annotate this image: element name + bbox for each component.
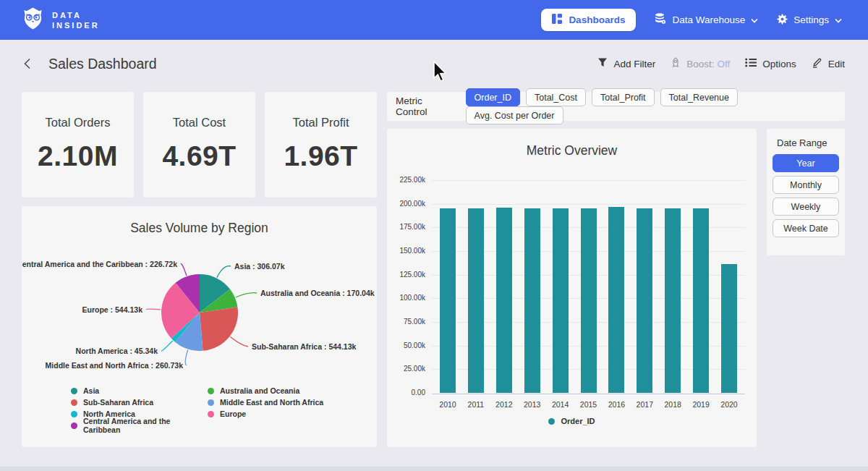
date-range-button-weekly[interactable]: Weekly <box>773 198 839 216</box>
legend-dot <box>208 411 214 417</box>
legend-dot <box>71 423 77 429</box>
bottom-strip <box>0 467 868 471</box>
y-axis-tick: 150.00k <box>389 247 425 255</box>
add-filter-button[interactable]: Add Filter <box>597 58 655 69</box>
bar-chart-card: Metric Overview 225.00k200.00k175.00k150… <box>387 129 757 447</box>
legend-label: Central America and the Caribbean <box>83 417 208 434</box>
pie-leader-line <box>181 264 187 276</box>
legend-label: Australia and Oceania <box>220 386 299 395</box>
nav-dashboards-button[interactable]: Dashboards <box>541 9 636 31</box>
bar-2020[interactable] <box>721 264 737 393</box>
metric-button-order-id[interactable]: Order_ID <box>466 88 520 106</box>
x-axis-tick: 2015 <box>574 400 603 409</box>
kpi-label: Total Orders <box>22 116 134 130</box>
legend-label: Asia <box>83 386 99 395</box>
pie-slice-label: Europe : 544.13k <box>82 305 143 314</box>
filter-funnel-icon <box>597 58 608 69</box>
gridline <box>432 180 745 181</box>
pie-leader-line <box>230 337 248 347</box>
y-axis-tick: 25.00k <box>389 365 425 373</box>
pie-slice-sub-saharan-africa[interactable] <box>200 307 238 350</box>
x-axis-tick: 2010 <box>433 400 462 409</box>
y-axis-tick: 50.00k <box>389 341 425 349</box>
bar-2015[interactable] <box>581 208 597 393</box>
bar-2012[interactable] <box>496 208 512 394</box>
metric-button-total-revenue[interactable]: Total_Revenue <box>660 88 738 106</box>
kpi-value: 4.69T <box>143 140 255 172</box>
x-axis-tick: 2020 <box>715 400 744 409</box>
y-axis-tick: 200.00k <box>389 200 425 208</box>
y-axis-tick: 100.00k <box>389 294 425 302</box>
metric-button-avg-cost-per-order[interactable]: Avg. Cost per Order <box>466 106 563 124</box>
options-button[interactable]: Options <box>745 58 796 69</box>
date-range-label: Date Range <box>777 137 839 148</box>
kpi-card-total-profit: Total Profit 1.96T <box>265 92 377 198</box>
owl-logo-icon <box>22 7 44 33</box>
nav-data-warehouse-label: Data Warehouse <box>672 14 745 25</box>
bar-2019[interactable] <box>693 208 709 393</box>
brand-name: DATA INSIDER <box>52 10 100 30</box>
x-axis-tick: 2014 <box>546 400 575 409</box>
nav-settings-label: Settings <box>793 14 829 25</box>
metric-button-total-profit[interactable]: Total_Profit <box>592 88 655 106</box>
pencil-icon <box>812 57 822 70</box>
legend-item-asia[interactable]: Asia <box>71 385 208 396</box>
nav-dashboards-label: Dashboards <box>569 14 625 25</box>
legend-item-sub-saharan-africa[interactable]: Sub-Saharan Africa <box>71 396 208 408</box>
legend-label: Europe <box>220 410 246 418</box>
back-button[interactable] <box>23 58 31 69</box>
date-range-button-monthly[interactable]: Monthly <box>773 176 839 194</box>
legend-dot <box>208 388 214 394</box>
legend-label: Sub-Saharan Africa <box>83 398 153 407</box>
metric-button-group: Order_IDTotal_CostTotal_ProfitTotal_Reve… <box>466 88 845 124</box>
kpi-card-total-cost: Total Cost 4.69T <box>143 92 255 198</box>
list-icon <box>745 58 757 69</box>
edit-button[interactable]: Edit <box>812 57 845 70</box>
legend-label: Middle East and North Africa <box>220 398 323 407</box>
pie-slice-label: Sub-Saharan Africa : 544.13k <box>252 342 356 351</box>
bar-2016[interactable] <box>608 207 624 393</box>
boost-status: Off <box>717 59 730 69</box>
metric-button-total-cost[interactable]: Total_Cost <box>526 88 586 106</box>
nav-data-warehouse[interactable]: Data Warehouse <box>655 13 758 27</box>
bar-2018[interactable] <box>665 208 681 393</box>
legend-item-australia-and-oceania[interactable]: Australia and Oceania <box>208 385 323 396</box>
bar-2017[interactable] <box>637 208 652 394</box>
x-axis-line <box>432 394 745 394</box>
bar-2013[interactable] <box>524 208 540 393</box>
legend-item-central-america-and-the-caribbean[interactable]: Central America and the Caribbean <box>71 420 208 431</box>
x-axis-tick: 2016 <box>602 400 631 409</box>
legend-item-middle-east-and-north-africa[interactable]: Middle East and North Africa <box>208 396 323 408</box>
boost-toggle[interactable]: Boost: Off <box>671 57 730 70</box>
legend-dot <box>71 388 77 394</box>
pie-legend: AsiaSub-Saharan AfricaNorth AmericaCentr… <box>71 385 323 431</box>
bar-2010[interactable] <box>440 208 456 394</box>
y-axis-tick: 0.00 <box>389 389 425 396</box>
x-axis-tick: 2011 <box>461 400 490 409</box>
x-axis-tick: 2019 <box>686 400 715 409</box>
brand-logo: DATA INSIDER <box>22 7 100 33</box>
date-range-button-year[interactable]: Year <box>773 154 839 172</box>
bar-2011[interactable] <box>468 208 484 393</box>
legend-item-europe[interactable]: Europe <box>208 408 323 420</box>
pie-leader-line <box>185 350 187 366</box>
legend-dot <box>71 411 77 417</box>
metric-control-label: Metric Control <box>396 96 456 117</box>
pie-leader-line <box>217 266 231 278</box>
date-range-button-week-date[interactable]: Week Date <box>773 219 839 237</box>
legend-dot <box>71 399 77 406</box>
kpi-value: 1.96T <box>265 140 377 172</box>
page-header: Sales Dashboard Add Filter Boost: Off <box>0 40 868 88</box>
pie-slice-label: Middle East and North Africa : 260.73k <box>46 361 184 370</box>
chevron-down-icon <box>751 14 758 25</box>
x-axis-tick: 2012 <box>490 400 519 409</box>
y-axis-tick: 75.00k <box>389 318 425 326</box>
bar-chart[interactable]: 225.00k200.00k175.00k150.00k125.00k100.0… <box>387 129 757 447</box>
pie-leader-line <box>236 293 257 297</box>
metric-control-bar: Metric Control Order_IDTotal_CostTotal_P… <box>387 92 845 121</box>
bar-2014[interactable] <box>553 208 569 393</box>
legend-dot <box>548 418 555 425</box>
nav-settings[interactable]: Settings <box>777 14 842 27</box>
kpi-label: Total Profit <box>265 116 377 130</box>
pie-leader-line <box>146 309 161 310</box>
